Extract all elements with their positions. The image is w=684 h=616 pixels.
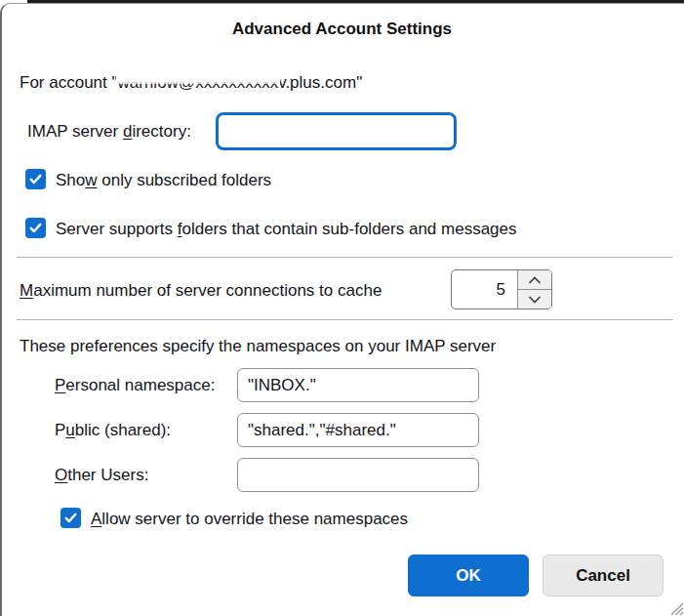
label-text: irectory: (132, 122, 190, 141)
imap-directory-label: IMAP server directory: (27, 121, 191, 142)
account-line: For account "warrilow@xxxxxxxxxxv.plus.c… (20, 72, 362, 93)
label-text: blic (shared): (75, 421, 171, 439)
max-connections-label: Maximum number of server connections to … (20, 280, 382, 301)
override-namespaces-checkbox[interactable] (60, 508, 81, 528)
label-text: Server supports (56, 220, 178, 238)
spinner-down-button[interactable] (518, 289, 551, 308)
spinner-buttons (517, 270, 551, 308)
account-line-prefix: For account " (20, 73, 118, 92)
public-namespace-input[interactable] (237, 413, 479, 447)
show-subscribed-label[interactable]: Show only subscribed folders (56, 170, 271, 190)
access-key: O (55, 466, 67, 484)
label-text: P (55, 421, 65, 439)
access-key: u (65, 421, 74, 439)
dialog-title: Advanced Account Settings (0, 20, 684, 39)
label-text: ther Users: (67, 466, 148, 484)
supports-subfolders-checkbox[interactable] (25, 218, 46, 238)
spinner-up-button[interactable] (518, 270, 551, 289)
label-text: ersonal namespace: (65, 376, 215, 394)
access-key: d (123, 122, 132, 141)
resize-grip-icon[interactable] (666, 598, 683, 615)
public-namespace-label: Public (shared): (55, 420, 171, 440)
access-key: w (85, 171, 97, 189)
checkmark-icon (63, 511, 78, 525)
divider (17, 319, 673, 320)
max-connections-spinner[interactable]: 5 (451, 269, 552, 309)
background-window-edge (27, 0, 684, 3)
max-connections-value[interactable]: 5 (452, 270, 517, 308)
access-key: A (91, 510, 101, 528)
imap-directory-input[interactable] (216, 112, 457, 150)
supports-subfolders-label[interactable]: Server supports folders that contain sub… (56, 219, 517, 239)
other-users-input[interactable] (237, 458, 479, 492)
checkmark-icon (28, 172, 43, 186)
account-line-suffix: v.plus.com" (278, 73, 362, 92)
personal-namespace-input[interactable] (237, 368, 479, 402)
cancel-button[interactable]: Cancel (543, 554, 664, 596)
label-text: llow server to override these namespaces (101, 510, 408, 528)
personal-namespace-label: Personal namespace: (55, 375, 215, 395)
divider (17, 257, 673, 258)
advanced-account-settings-dialog: { "dialog": { "title": "Advanced Account… (0, 0, 684, 616)
chevron-down-icon (528, 296, 542, 304)
other-users-label: Other Users: (55, 465, 148, 485)
ok-button[interactable]: OK (408, 554, 529, 596)
account-redacted-text: warrilow@xxxxxxxxxx (118, 72, 279, 93)
label-text: olders that contain sub-folders and mess… (181, 220, 516, 238)
checkmark-icon (28, 221, 43, 235)
show-subscribed-checkbox[interactable] (25, 169, 46, 189)
label-text: aximum number of server connections to c… (33, 281, 382, 300)
label-text: Sho (56, 171, 85, 189)
namespaces-intro: These preferences specify the namespaces… (20, 336, 496, 356)
override-namespaces-label[interactable]: Allow server to override these namespace… (91, 509, 408, 529)
access-key: P (55, 376, 65, 394)
access-key: M (20, 281, 33, 300)
label-text: IMAP server (27, 122, 123, 141)
chevron-up-icon (528, 276, 542, 284)
label-text: only subscribed folders (98, 171, 272, 189)
